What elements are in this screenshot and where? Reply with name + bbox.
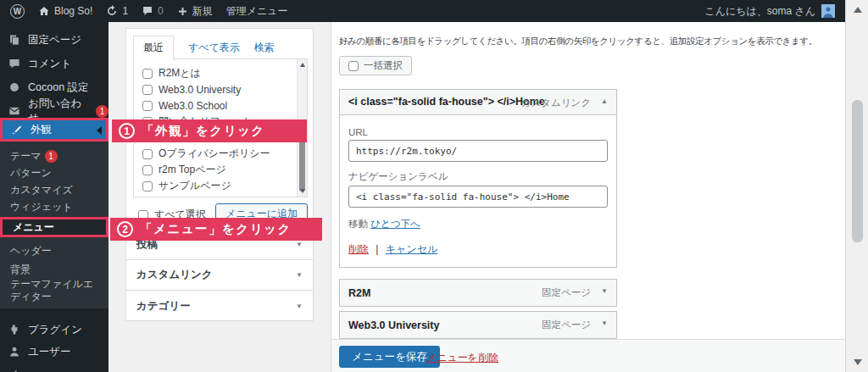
comments-count: 0 <box>158 5 164 17</box>
move-down-link[interactable]: ひとつ下へ <box>370 219 420 229</box>
page-item-row: R2Mとは <box>134 65 295 81</box>
menu-item-custom-link: <i class="fa-solid fa-house"> </i>Home カ… <box>339 89 617 268</box>
tab-view-all[interactable]: すべて表示 <box>188 41 240 55</box>
page-item-row: Oプライバシーポリシー <box>134 146 295 162</box>
pages-icon <box>8 34 20 46</box>
page-scrollbar[interactable] <box>845 0 868 372</box>
step2-text: 「メニュー」をクリック <box>140 221 292 237</box>
chevron-down-icon[interactable]: ▼ <box>601 319 608 327</box>
submenu-item-menus[interactable]: メニュー <box>0 217 108 237</box>
admin-bar-left: W Blog So! 1 0 新規 管理メニュー <box>10 4 288 19</box>
site-link[interactable]: Blog So! <box>38 5 92 17</box>
circle-icon <box>8 81 20 93</box>
menu-structure-panel: 好みの順番に各項目をドラッグしてください。項目の右側の矢印をクリックすると、追加… <box>331 22 845 372</box>
submenu-item-themes[interactable]: テーマ 1 <box>0 147 108 164</box>
page-item-row: r2m Topページ <box>134 162 295 178</box>
submenu-item-background[interactable]: 背景 <box>0 261 108 278</box>
menu-item-title: <i class="fa-solid fa-house"> </i>Home <box>348 96 548 108</box>
submenu-item-patterns[interactable]: パターン <box>0 164 108 181</box>
appearance-submenu: テーマ 1 パターン カスタマイズ ウィジェット メニュー ヘッダー 背景 テー… <box>0 142 108 308</box>
scrollbar-thumb[interactable] <box>852 100 863 242</box>
nav-label-input[interactable] <box>348 186 608 208</box>
sidebar-item-pages[interactable]: 固定ページ <box>0 29 108 51</box>
menu-item-header[interactable]: Web3.0 University 固定ページ ▼ <box>339 311 617 339</box>
page-checkbox[interactable] <box>142 85 153 95</box>
menu-item-header[interactable]: <i class="fa-solid fa-house"> </i>Home カ… <box>339 89 617 115</box>
move-label: 移動 <box>348 219 368 229</box>
pages-tabs: 最近 すべて表示 検索 <box>133 36 275 58</box>
chevron-down-icon[interactable]: ▼ <box>296 241 303 248</box>
admin-bar-right: こんにちは、soma さん <box>704 4 835 19</box>
accordion-categories[interactable]: カテゴリー ▼ <box>126 291 313 321</box>
sidebar-item-comments[interactable]: コメント <box>0 53 108 75</box>
avatar[interactable] <box>821 4 835 18</box>
comments-item[interactable]: 0 <box>142 5 164 17</box>
chevron-down-icon[interactable]: ▼ <box>296 271 303 279</box>
cancel-link[interactable]: キャンセル <box>386 243 437 255</box>
page-checkbox[interactable] <box>142 101 153 111</box>
users-icon <box>8 346 20 358</box>
menu-item-type: 固定ページ <box>542 319 591 331</box>
wordpress-logo-icon[interactable]: W <box>10 4 25 19</box>
chevron-up-icon[interactable]: ▲ <box>601 97 608 105</box>
scroll-up-icon[interactable] <box>854 7 862 13</box>
annotation-step1: 1 「外観」をクリック <box>112 119 307 142</box>
sidebar-item-cocoon-settings[interactable]: Cocoon 設定 <box>0 76 108 98</box>
remove-link[interactable]: 削除 <box>348 243 369 255</box>
sidebar-item-users[interactable]: ユーザー <box>0 341 108 363</box>
menu-item-web3-university: Web3.0 University 固定ページ ▼ <box>339 311 617 339</box>
admin-sidebar: 固定ページ コメント Cocoon 設定 お問い合わせ 1 外観 テーマ 1 パ… <box>0 22 108 372</box>
step1-text: 「外観」をクリック <box>142 123 265 139</box>
menu-item-header[interactable]: R2M 固定ページ ▼ <box>339 279 617 307</box>
plus-icon <box>177 6 188 17</box>
submenu-item-theme-file-editor[interactable]: テーマファイルエディター <box>0 278 108 307</box>
contact-badge: 1 <box>96 105 108 118</box>
sidebar-item-partial[interactable] <box>0 364 108 372</box>
bulk-select: 一括選択 <box>339 56 412 75</box>
sidebar-item-plugins[interactable]: プラグイン <box>0 319 108 341</box>
wordpress-admin-page: W Blog So! 1 0 新規 管理メニュー こんにちは、soma さん <box>0 0 868 372</box>
url-input[interactable] <box>348 140 608 162</box>
tab-most-recent[interactable]: 最近 <box>133 36 174 60</box>
sidebar-item-appearance[interactable]: 外観 <box>0 118 108 142</box>
page-item-row: サンプルページ <box>134 178 295 194</box>
admin-menu-item[interactable]: 管理メニュー <box>226 4 288 19</box>
accordion-custom-links[interactable]: カスタムリンク ▼ <box>126 260 313 291</box>
page-checkbox[interactable] <box>142 149 153 159</box>
annotation-step2: 2 「メニュー」をクリック <box>110 218 322 241</box>
updates-item[interactable]: 1 <box>106 5 128 17</box>
mail-icon <box>8 105 20 117</box>
tab-search[interactable]: 検索 <box>254 41 275 55</box>
chevron-down-icon[interactable]: ▼ <box>601 287 608 295</box>
page-checkbox[interactable] <box>142 69 153 79</box>
bulk-select-label: 一括選択 <box>364 59 403 72</box>
scroll-down-icon[interactable] <box>300 189 305 193</box>
instruction-text: 好みの順番に各項目をドラッグしてください。項目の右側の矢印をクリックすると、追加… <box>339 36 839 47</box>
new-content-item[interactable]: 新規 <box>177 4 213 19</box>
move-row: 移動 ひとつ下へ <box>348 218 608 230</box>
separator: | <box>376 243 378 255</box>
scroll-down-icon[interactable] <box>854 359 862 365</box>
home-icon <box>38 5 50 17</box>
save-menu-button[interactable]: メニューを保存 <box>339 346 440 368</box>
url-label: URL <box>348 127 608 137</box>
menu-item-type: カスタムリンク <box>521 97 591 109</box>
delete-menu-link[interactable]: メニューを削除 <box>426 351 498 365</box>
submenu-item-header[interactable]: ヘッダー <box>0 242 108 259</box>
chevron-down-icon[interactable]: ▼ <box>296 303 303 310</box>
submenu-item-widgets[interactable]: ウィジェット <box>0 198 108 215</box>
menu-item-type: 固定ページ <box>542 286 591 299</box>
step1-number: 1 <box>119 123 135 139</box>
scrollbar-thumb[interactable] <box>299 136 305 192</box>
comment-icon <box>142 5 153 17</box>
page-checkbox[interactable] <box>142 181 153 192</box>
add-menu-items-column: 最近 すべて表示 検索 R2Mとは Web3.0 University Web3… <box>108 22 331 372</box>
bulk-select-checkbox[interactable] <box>348 61 359 71</box>
submenu-item-customize[interactable]: カスタマイズ <box>0 181 108 198</box>
site-name: Blog So! <box>54 5 92 17</box>
greeting[interactable]: こんにちは、soma さん <box>704 4 815 19</box>
menu-item-settings: URL ナビゲーションラベル 移動 ひとつ下へ 削除 | キャンセル <box>339 115 617 268</box>
scroll-up-icon[interactable] <box>300 63 305 67</box>
page-checkbox[interactable] <box>142 165 153 175</box>
admin-bar: W Blog So! 1 0 新規 管理メニュー こんにちは、soma さん <box>0 0 845 22</box>
